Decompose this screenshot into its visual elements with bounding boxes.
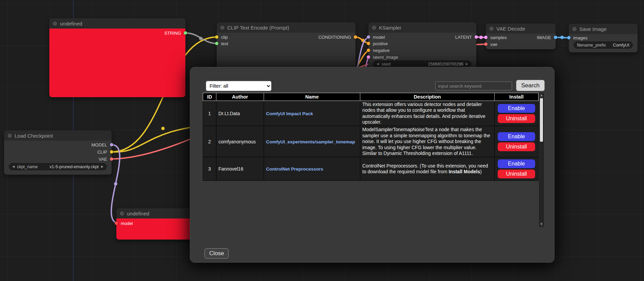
conditioning-slot-dot[interactable] bbox=[354, 35, 357, 39]
node-save-image[interactable]: Save Image images filename_prefix ComfyU… bbox=[569, 24, 638, 52]
latent-slot-dot[interactable] bbox=[484, 36, 488, 39]
latent-slot-dot[interactable] bbox=[367, 55, 370, 59]
row-author: Dr.Lt.Data bbox=[216, 101, 264, 126]
input-text[interactable]: text bbox=[215, 40, 228, 47]
uninstall-button[interactable]: Uninstall bbox=[498, 170, 535, 178]
uninstall-button[interactable]: Uninstall bbox=[498, 142, 535, 151]
node-vae-decode[interactable]: VAE Decode samples vae IMAGE bbox=[486, 23, 556, 49]
link-midpoint-dot bbox=[560, 36, 564, 39]
output-model[interactable]: MODEL bbox=[92, 141, 113, 148]
scrollbar-thumb[interactable] bbox=[540, 98, 543, 142]
input-model[interactable]: model bbox=[115, 220, 133, 227]
search-input[interactable] bbox=[435, 82, 512, 90]
node-ksampler[interactable]: KSampler model positive negative latent_… bbox=[368, 22, 476, 73]
collapse-dot[interactable] bbox=[490, 27, 493, 31]
model-slot-dot[interactable] bbox=[110, 143, 113, 146]
image-slot-dot[interactable] bbox=[554, 36, 557, 39]
scroll-up-arrow-icon[interactable]: ▲ bbox=[540, 93, 543, 98]
node-clip-text-encode[interactable]: CLIP Text Encode (Prompt) clip text COND… bbox=[217, 22, 356, 73]
node-undefined-top[interactable]: undefined STRING bbox=[49, 18, 185, 97]
collapse-dot[interactable] bbox=[220, 26, 224, 30]
input-model[interactable]: model bbox=[367, 34, 385, 40]
node-title: KSampler bbox=[379, 25, 401, 31]
extension-link[interactable]: ComfyUI Impact Pack bbox=[266, 111, 313, 116]
search-button[interactable]: Search bbox=[516, 80, 545, 91]
output-conditioning[interactable]: CONDITIONING bbox=[318, 34, 357, 40]
ckpt-name-widget[interactable]: ◀ ckpt_name v1-5-pruned-emaonly.ckpt ▶ bbox=[9, 163, 107, 170]
model-slot-dot[interactable] bbox=[367, 35, 370, 39]
output-clip[interactable]: CLIP bbox=[97, 148, 113, 155]
node-header[interactable]: KSampler bbox=[368, 22, 476, 33]
input-images[interactable]: images bbox=[567, 34, 588, 41]
enable-button[interactable]: Enable bbox=[498, 132, 535, 141]
comfyui-graph-canvas[interactable]: undefined STRING CLIP Text Encode (Promp… bbox=[0, 0, 644, 281]
conditioning-slot-dot[interactable] bbox=[367, 42, 370, 45]
input-negative[interactable]: negative bbox=[367, 47, 390, 54]
node-title: VAE Decode bbox=[496, 26, 525, 32]
extension-link[interactable]: ComfyUI_experiments/sampler_tonemap bbox=[266, 139, 355, 144]
header-install: Install bbox=[495, 93, 539, 101]
prev-arrow-icon[interactable]: ◀ bbox=[12, 163, 15, 170]
bold-text: Install Models bbox=[449, 169, 480, 174]
collapse-dot[interactable] bbox=[372, 26, 376, 30]
node-header[interactable]: undefined bbox=[49, 18, 185, 29]
uninstall-button[interactable]: Uninstall bbox=[498, 114, 535, 123]
vae-slot-dot[interactable] bbox=[110, 157, 113, 161]
node-title: Save Image bbox=[579, 26, 607, 32]
slot-label: STRING bbox=[164, 31, 181, 36]
error-slot-dot[interactable] bbox=[115, 222, 118, 225]
clip-slot-dot[interactable] bbox=[110, 150, 113, 154]
table-header-row: ID Author Name Description Install bbox=[203, 93, 539, 101]
scroll-down-arrow-icon[interactable]: ▼ bbox=[540, 222, 543, 227]
collapse-dot[interactable] bbox=[8, 134, 12, 138]
node-header[interactable]: Load Checkpoint bbox=[4, 130, 112, 141]
input-samples[interactable]: samples bbox=[484, 34, 507, 41]
decrement-arrow-icon[interactable]: ◀ bbox=[377, 60, 379, 68]
row-description: ControlNet Preprocessors. (To use this e… bbox=[360, 157, 495, 181]
node-title: CLIP Text Encode (Prompt) bbox=[227, 25, 289, 31]
widget-value: 156680208700286 bbox=[428, 62, 463, 67]
vae-slot-dot[interactable] bbox=[484, 42, 488, 46]
enable-button[interactable]: Enable bbox=[498, 159, 535, 168]
string-slot-dot[interactable] bbox=[215, 42, 218, 45]
output-latent[interactable]: LATENT bbox=[455, 34, 478, 40]
widget-label: seed bbox=[381, 62, 391, 67]
input-clip[interactable]: clip bbox=[215, 34, 228, 40]
next-arrow-icon[interactable]: ▶ bbox=[101, 163, 103, 170]
input-vae[interactable]: vae bbox=[484, 41, 497, 48]
widget-label: ckpt_name bbox=[17, 164, 38, 169]
collapse-dot[interactable] bbox=[573, 27, 576, 31]
input-positive[interactable]: positive bbox=[367, 40, 388, 47]
close-button[interactable]: Close bbox=[204, 248, 229, 259]
latent-slot-dot[interactable] bbox=[475, 35, 478, 39]
conditioning-slot-dot[interactable] bbox=[367, 49, 370, 52]
link-midpoint-dot bbox=[479, 36, 483, 39]
increment-arrow-icon[interactable]: ▶ bbox=[466, 60, 468, 68]
input-latent-image[interactable]: latent_image bbox=[367, 54, 398, 60]
seed-widget[interactable]: ◀ seed 156680208700286 ▶ bbox=[373, 60, 472, 68]
slot-label: images bbox=[573, 35, 588, 40]
slot-label: IMAGE bbox=[537, 35, 551, 40]
node-header[interactable]: CLIP Text Encode (Prompt) bbox=[217, 22, 356, 33]
extension-link[interactable]: ControlNet Preprocessors bbox=[266, 166, 323, 172]
node-load-checkpoint[interactable]: Load Checkpoint MODEL CLIP VAE ◀ ckpt_na… bbox=[4, 130, 112, 175]
slot-label: text bbox=[221, 41, 228, 46]
output-image[interactable]: IMAGE bbox=[537, 34, 557, 41]
filter-select[interactable]: Filter: all bbox=[206, 81, 271, 91]
row-name: ComfyUI Impact Pack bbox=[264, 101, 360, 126]
collapse-dot[interactable] bbox=[120, 212, 124, 215]
image-slot-dot[interactable] bbox=[567, 36, 571, 39]
enable-button[interactable]: Enable bbox=[498, 104, 535, 113]
slot-label: positive bbox=[373, 41, 388, 46]
output-string[interactable]: STRING bbox=[164, 30, 187, 36]
table-scrollbar[interactable]: ▲ ▼ bbox=[539, 93, 544, 227]
node-header[interactable]: VAE Decode bbox=[486, 23, 556, 34]
filename-prefix-widget[interactable]: filename_prefix ComfyUI bbox=[574, 41, 633, 49]
node-title: undefined bbox=[60, 21, 82, 27]
node-header[interactable]: Save Image bbox=[569, 24, 638, 34]
slot-label: VAE bbox=[99, 157, 107, 162]
string-slot-dot[interactable] bbox=[184, 31, 187, 35]
collapse-dot[interactable] bbox=[53, 22, 57, 25]
clip-slot-dot[interactable] bbox=[215, 35, 218, 39]
output-vae[interactable]: VAE bbox=[99, 156, 113, 162]
